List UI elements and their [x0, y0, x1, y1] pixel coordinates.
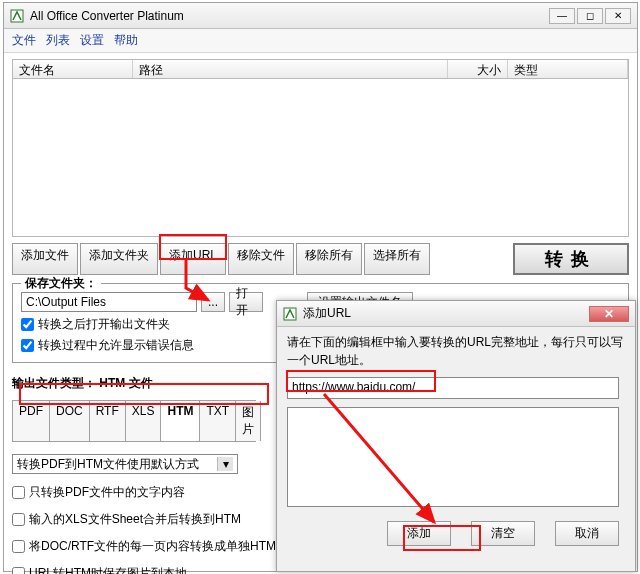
- window-title: All Office Converter Platinum: [30, 9, 549, 23]
- dialog-title: 添加URL: [303, 305, 589, 322]
- chevron-down-icon: ▾: [217, 457, 233, 471]
- dialog-message: 请在下面的编辑框中输入要转换的URL完整地址，每行只可以写一个URL地址。: [287, 333, 625, 369]
- opt-xls-merge-input[interactable]: [12, 513, 25, 526]
- dialog-close-button[interactable]: ✕: [589, 306, 629, 322]
- col-type[interactable]: 类型: [508, 60, 628, 78]
- file-list-header: 文件名 路径 大小 类型: [12, 59, 629, 79]
- tab-xls[interactable]: XLS: [126, 401, 162, 441]
- dialog-icon: [283, 307, 297, 321]
- save-folder-label: 保存文件夹：: [21, 275, 101, 292]
- dialog-cancel-button[interactable]: 取消: [555, 521, 619, 546]
- add-folder-button[interactable]: 添加文件夹: [80, 243, 158, 275]
- col-path[interactable]: 路径: [133, 60, 448, 78]
- format-tabs: PDF DOC RTF XLS HTM TXT 图片: [12, 400, 256, 442]
- url-list[interactable]: [287, 407, 619, 507]
- opt-doc-per-page-input[interactable]: [12, 540, 25, 553]
- open-after-checkbox-input[interactable]: [21, 318, 34, 331]
- app-icon: [10, 9, 24, 23]
- open-button[interactable]: 打开: [229, 292, 263, 312]
- remove-file-button[interactable]: 移除文件: [228, 243, 294, 275]
- menu-list[interactable]: 列表: [46, 32, 70, 49]
- opt-doc-per-page-label: 将DOC/RTF文件的每一页内容转换成单独HTM: [29, 538, 276, 555]
- browse-button[interactable]: ...: [201, 292, 225, 312]
- output-type-prefix: 输出文件类型：: [12, 376, 96, 390]
- maximize-button[interactable]: ◻: [577, 8, 603, 24]
- show-errors-label: 转换过程中允许显示错误信息: [38, 337, 194, 354]
- opt-url-save-images-label: URL转HTM时保存图片到本地: [29, 565, 187, 574]
- menu-file[interactable]: 文件: [12, 32, 36, 49]
- opt-text-only-label: 只转换PDF文件中的文字内容: [29, 484, 185, 501]
- dialog-buttons: 添加 清空 取消: [287, 521, 625, 546]
- opt-xls-merge-label: 输入的XLS文件Sheet合并后转换到HTM: [29, 511, 241, 528]
- dialog-titlebar: 添加URL ✕: [277, 301, 635, 327]
- col-filename[interactable]: 文件名: [13, 60, 133, 78]
- remove-all-button[interactable]: 移除所有: [296, 243, 362, 275]
- col-size[interactable]: 大小: [448, 60, 508, 78]
- output-type-value: HTM 文件: [99, 376, 152, 390]
- dialog-clear-button[interactable]: 清空: [471, 521, 535, 546]
- url-input[interactable]: https://www.baidu.com/: [287, 377, 619, 399]
- tab-image[interactable]: 图片: [236, 401, 261, 441]
- show-errors-checkbox-input[interactable]: [21, 339, 34, 352]
- tab-htm[interactable]: HTM: [161, 401, 200, 441]
- add-file-button[interactable]: 添加文件: [12, 243, 78, 275]
- titlebar: All Office Converter Platinum — ◻ ✕: [4, 3, 637, 29]
- dialog-add-button[interactable]: 添加: [387, 521, 451, 546]
- open-after-label: 转换之后打开输出文件夹: [38, 316, 170, 333]
- convert-button[interactable]: 转换: [513, 243, 629, 275]
- tab-rtf[interactable]: RTF: [90, 401, 126, 441]
- output-path-input[interactable]: C:\Output Files: [21, 292, 197, 312]
- tab-pdf[interactable]: PDF: [13, 401, 50, 441]
- tab-txt[interactable]: TXT: [200, 401, 236, 441]
- opt-text-only-input[interactable]: [12, 486, 25, 499]
- tab-doc[interactable]: DOC: [50, 401, 90, 441]
- select-all-button[interactable]: 选择所有: [364, 243, 430, 275]
- menu-settings[interactable]: 设置: [80, 32, 104, 49]
- window-buttons: — ◻ ✕: [549, 8, 631, 24]
- close-button[interactable]: ✕: [605, 8, 631, 24]
- toolbar: 添加文件 添加文件夹 添加URL 移除文件 移除所有 选择所有 转换: [12, 243, 629, 275]
- menubar: 文件 列表 设置 帮助: [4, 29, 637, 53]
- add-url-button[interactable]: 添加URL: [160, 243, 226, 275]
- opt-url-save-images-input[interactable]: [12, 567, 25, 574]
- dialog-body: 请在下面的编辑框中输入要转换的URL完整地址，每行只可以写一个URL地址。 ht…: [277, 327, 635, 552]
- convert-mode-combo[interactable]: 转换PDF到HTM文件使用默认方式 ▾: [12, 454, 238, 474]
- add-url-dialog: 添加URL ✕ 请在下面的编辑框中输入要转换的URL完整地址，每行只可以写一个U…: [276, 300, 636, 572]
- combo-value: 转换PDF到HTM文件使用默认方式: [17, 456, 199, 473]
- minimize-button[interactable]: —: [549, 8, 575, 24]
- file-list[interactable]: [12, 79, 629, 237]
- menu-help[interactable]: 帮助: [114, 32, 138, 49]
